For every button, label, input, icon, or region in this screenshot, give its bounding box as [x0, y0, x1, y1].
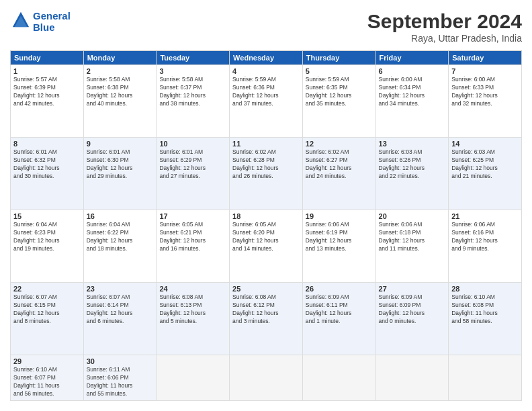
calendar-cell: [375, 355, 449, 401]
calendar-cell: 27Sunrise: 6:09 AM Sunset: 6:09 PM Dayli…: [375, 283, 449, 355]
day-info: Sunrise: 6:00 AM Sunset: 6:33 PM Dayligh…: [451, 76, 519, 108]
calendar-table: Sunday Monday Tuesday Wednesday Thursday…: [10, 50, 522, 401]
week-row-3: 15Sunrise: 6:04 AM Sunset: 6:23 PM Dayli…: [11, 210, 522, 283]
day-info: Sunrise: 6:07 AM Sunset: 6:14 PM Dayligh…: [87, 293, 154, 326]
day-number: 3: [159, 67, 226, 75]
calendar-cell: 4Sunrise: 5:59 AM Sunset: 6:36 PM Daylig…: [230, 65, 303, 138]
day-number: 5: [306, 67, 373, 75]
day-number: 30: [87, 357, 154, 365]
day-number: 15: [13, 212, 81, 220]
header: General Blue September 2024 Raya, Uttar …: [10, 10, 522, 44]
day-number: 24: [159, 285, 226, 293]
day-info: Sunrise: 6:01 AM Sunset: 6:29 PM Dayligh…: [159, 148, 226, 181]
calendar-cell: 2Sunrise: 5:58 AM Sunset: 6:38 PM Daylig…: [83, 65, 157, 138]
day-info: Sunrise: 5:59 AM Sunset: 6:36 PM Dayligh…: [232, 76, 300, 108]
day-number: 21: [451, 212, 519, 220]
calendar-cell: 28Sunrise: 6:10 AM Sunset: 6:08 PM Dayli…: [449, 283, 522, 355]
calendar-cell: [230, 355, 303, 401]
day-info: Sunrise: 6:09 AM Sunset: 6:11 PM Dayligh…: [306, 293, 373, 326]
day-number: 28: [451, 285, 519, 293]
calendar-cell: 7Sunrise: 6:00 AM Sunset: 6:33 PM Daylig…: [449, 65, 522, 138]
logo-line2: Blue: [33, 21, 71, 33]
day-info: Sunrise: 6:06 AM Sunset: 6:18 PM Dayligh…: [379, 221, 446, 253]
day-info: Sunrise: 6:01 AM Sunset: 6:30 PM Dayligh…: [87, 148, 154, 181]
day-number: 7: [451, 67, 519, 75]
day-info: Sunrise: 6:00 AM Sunset: 6:34 PM Dayligh…: [379, 76, 446, 108]
calendar-cell: 10Sunrise: 6:01 AM Sunset: 6:29 PM Dayli…: [157, 138, 230, 210]
day-info: Sunrise: 6:06 AM Sunset: 6:19 PM Dayligh…: [306, 221, 373, 253]
calendar-cell: 23Sunrise: 6:07 AM Sunset: 6:14 PM Dayli…: [83, 283, 157, 355]
day-info: Sunrise: 6:05 AM Sunset: 6:21 PM Dayligh…: [159, 221, 226, 253]
day-info: Sunrise: 6:03 AM Sunset: 6:25 PM Dayligh…: [451, 148, 519, 181]
day-number: 13: [379, 140, 446, 148]
day-info: Sunrise: 6:06 AM Sunset: 6:16 PM Dayligh…: [451, 221, 519, 253]
calendar-cell: 26Sunrise: 6:09 AM Sunset: 6:11 PM Dayli…: [302, 283, 375, 355]
calendar-cell: [449, 355, 522, 401]
calendar-cell: 16Sunrise: 6:04 AM Sunset: 6:22 PM Dayli…: [83, 210, 157, 283]
day-number: 19: [306, 212, 373, 220]
day-number: 2: [87, 67, 154, 75]
day-info: Sunrise: 6:04 AM Sunset: 6:23 PM Dayligh…: [13, 221, 81, 253]
page: General Blue September 2024 Raya, Uttar …: [0, 0, 532, 411]
day-info: Sunrise: 6:07 AM Sunset: 6:15 PM Dayligh…: [13, 293, 81, 326]
day-info: Sunrise: 5:59 AM Sunset: 6:35 PM Dayligh…: [306, 76, 373, 108]
header-thursday: Thursday: [302, 51, 375, 65]
calendar-cell: 11Sunrise: 6:02 AM Sunset: 6:28 PM Dayli…: [230, 138, 303, 210]
calendar-cell: 5Sunrise: 5:59 AM Sunset: 6:35 PM Daylig…: [302, 65, 375, 138]
day-info: Sunrise: 6:02 AM Sunset: 6:27 PM Dayligh…: [306, 148, 373, 181]
calendar-cell: 12Sunrise: 6:02 AM Sunset: 6:27 PM Dayli…: [302, 138, 375, 210]
calendar-cell: 3Sunrise: 5:58 AM Sunset: 6:37 PM Daylig…: [157, 65, 230, 138]
day-info: Sunrise: 5:57 AM Sunset: 6:39 PM Dayligh…: [13, 76, 81, 108]
header-monday: Monday: [83, 51, 157, 65]
location-subtitle: Raya, Uttar Pradesh, India: [367, 33, 522, 44]
day-number: 10: [159, 140, 226, 148]
calendar-cell: 19Sunrise: 6:06 AM Sunset: 6:19 PM Dayli…: [302, 210, 375, 283]
day-number: 14: [451, 140, 519, 148]
calendar-cell: 15Sunrise: 6:04 AM Sunset: 6:23 PM Dayli…: [11, 210, 84, 283]
day-number: 26: [306, 285, 373, 293]
day-info: Sunrise: 5:58 AM Sunset: 6:38 PM Dayligh…: [87, 76, 154, 108]
day-number: 11: [232, 140, 300, 148]
day-info: Sunrise: 6:10 AM Sunset: 6:07 PM Dayligh…: [13, 366, 81, 398]
day-number: 18: [232, 212, 300, 220]
calendar-cell: 9Sunrise: 6:01 AM Sunset: 6:30 PM Daylig…: [83, 138, 157, 210]
calendar-cell: 1Sunrise: 5:57 AM Sunset: 6:39 PM Daylig…: [11, 65, 84, 138]
day-number: 23: [87, 285, 154, 293]
day-number: 27: [379, 285, 446, 293]
calendar-header-row: Sunday Monday Tuesday Wednesday Thursday…: [11, 51, 522, 65]
calendar-cell: 24Sunrise: 6:08 AM Sunset: 6:13 PM Dayli…: [157, 283, 230, 355]
calendar-cell: [302, 355, 375, 401]
logo: General Blue: [10, 10, 71, 33]
day-number: 22: [13, 285, 81, 293]
day-number: 20: [379, 212, 446, 220]
day-number: 1: [13, 67, 81, 75]
day-info: Sunrise: 6:03 AM Sunset: 6:26 PM Dayligh…: [379, 148, 446, 181]
day-number: 8: [13, 140, 81, 148]
header-tuesday: Tuesday: [157, 51, 230, 65]
title-block: September 2024 Raya, Uttar Pradesh, Indi…: [367, 10, 522, 44]
calendar-cell: 29Sunrise: 6:10 AM Sunset: 6:07 PM Dayli…: [11, 355, 84, 401]
calendar-cell: 25Sunrise: 6:08 AM Sunset: 6:12 PM Dayli…: [230, 283, 303, 355]
day-info: Sunrise: 6:09 AM Sunset: 6:09 PM Dayligh…: [379, 293, 446, 326]
calendar-cell: 20Sunrise: 6:06 AM Sunset: 6:18 PM Dayli…: [375, 210, 449, 283]
calendar-cell: 18Sunrise: 6:05 AM Sunset: 6:20 PM Dayli…: [230, 210, 303, 283]
calendar-cell: 6Sunrise: 6:00 AM Sunset: 6:34 PM Daylig…: [375, 65, 449, 138]
calendar-cell: 30Sunrise: 6:11 AM Sunset: 6:06 PM Dayli…: [83, 355, 157, 401]
header-friday: Friday: [375, 51, 449, 65]
logo-icon: [11, 11, 30, 30]
day-info: Sunrise: 6:11 AM Sunset: 6:06 PM Dayligh…: [87, 366, 154, 398]
day-info: Sunrise: 6:04 AM Sunset: 6:22 PM Dayligh…: [87, 221, 154, 253]
week-row-5: 29Sunrise: 6:10 AM Sunset: 6:07 PM Dayli…: [11, 355, 522, 401]
week-row-2: 8Sunrise: 6:01 AM Sunset: 6:32 PM Daylig…: [11, 138, 522, 210]
calendar-cell: [157, 355, 230, 401]
day-number: 29: [13, 357, 81, 365]
logo-line1: General: [33, 10, 71, 21]
day-info: Sunrise: 6:08 AM Sunset: 6:13 PM Dayligh…: [159, 293, 226, 326]
day-number: 17: [159, 212, 226, 220]
week-row-4: 22Sunrise: 6:07 AM Sunset: 6:15 PM Dayli…: [11, 283, 522, 355]
day-number: 6: [379, 67, 446, 75]
day-info: Sunrise: 6:05 AM Sunset: 6:20 PM Dayligh…: [232, 221, 300, 253]
header-sunday: Sunday: [11, 51, 84, 65]
day-number: 25: [232, 285, 300, 293]
day-number: 4: [232, 67, 300, 75]
